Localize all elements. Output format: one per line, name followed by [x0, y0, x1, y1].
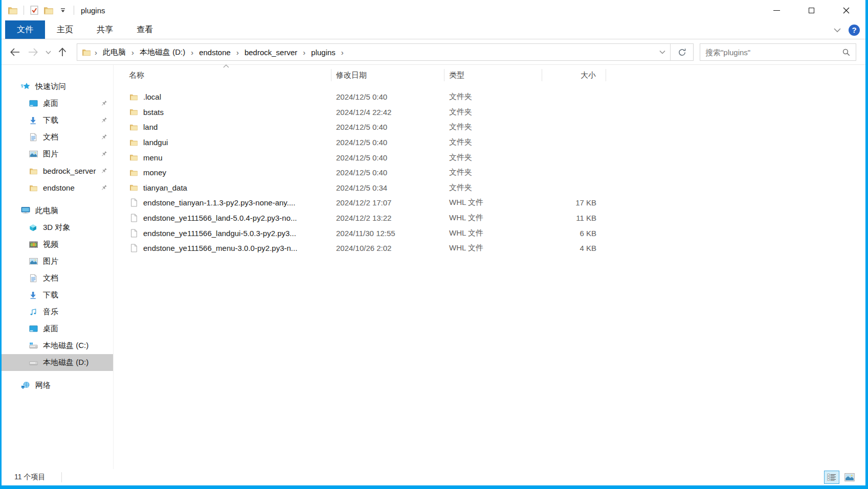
breadcrumb-chevron-icon[interactable]: ›: [128, 48, 138, 57]
sidebar-section-label: 网络: [35, 381, 51, 390]
sidebar-item[interactable]: 本地磁盘 (C:): [2, 337, 113, 354]
toolbar-separator: [24, 6, 24, 15]
refresh-icon[interactable]: [670, 44, 693, 60]
file-row[interactable]: endstone_ye111566_menu-3.0.0-py2.py3-n..…: [121, 241, 865, 256]
file-name-cell: landgui: [121, 138, 331, 147]
search-input[interactable]: [700, 48, 842, 57]
details-view-icon[interactable]: [824, 471, 839, 484]
breadcrumb-chevron-icon[interactable]: ›: [338, 48, 347, 57]
ribbon-tab[interactable]: 查看: [125, 20, 165, 39]
back-icon[interactable]: [6, 43, 24, 61]
file-list-pane: 名称 修改日期 类型 大小 .local2024/12/5 0:40文件夹 bs…: [114, 65, 865, 469]
sidebar-item[interactable]: 图片: [2, 146, 113, 162]
navigation-pane: 快速访问 桌面 下载 文档 图片: [2, 65, 114, 469]
file-name-cell: money: [121, 168, 331, 177]
sidebar-item[interactable]: 桌面: [2, 320, 113, 337]
sidebar-section-header[interactable]: 快速访问: [2, 78, 113, 95]
ribbon-tab[interactable]: 文件: [5, 20, 45, 39]
sidebar-item-label: bedrock_server: [43, 167, 96, 175]
file-size: 11 KB: [542, 214, 606, 222]
videos-icon: [29, 240, 38, 249]
history-chevron-icon[interactable]: [42, 43, 54, 61]
ribbon-collapse-chevron-icon[interactable]: [833, 28, 841, 33]
breadcrumb-segment[interactable]: bedrock_server: [242, 48, 299, 57]
sidebar-item-label: 桌面: [43, 324, 58, 334]
sidebar-item-label: 图片: [43, 149, 58, 159]
file-type: 文件夹: [444, 137, 542, 147]
sidebar-item[interactable]: bedrock_server: [2, 162, 113, 179]
address-bar[interactable]: ›此电脑›本地磁盘 (D:)›endstone›bedrock_server›p…: [77, 43, 694, 61]
column-header-size[interactable]: 大小: [542, 69, 606, 81]
file-row[interactable]: land2024/12/5 0:40文件夹: [121, 120, 865, 135]
close-button[interactable]: [829, 0, 863, 20]
file-row[interactable]: endstone_ye111566_land-5.0.4-py2.py3-no.…: [121, 211, 865, 226]
breadcrumb-chevron-icon[interactable]: ›: [299, 48, 309, 57]
folder-icon: [129, 183, 138, 192]
file-name: tianyan_data: [143, 183, 187, 192]
search-icon[interactable]: [842, 48, 851, 57]
sidebar-item[interactable]: 3D 对象: [2, 219, 113, 236]
file-name-cell: .local: [121, 92, 331, 101]
file-row[interactable]: money2024/12/5 0:40文件夹: [121, 165, 865, 180]
qat-dropdown-icon[interactable]: [57, 5, 69, 15]
breadcrumb-segment[interactable]: endstone: [197, 48, 233, 57]
ribbon-tabs: 文件主页共享查看: [5, 20, 165, 39]
sidebar-section-header[interactable]: 网络: [2, 377, 113, 394]
ribbon-tab[interactable]: 共享: [85, 20, 125, 39]
file-row[interactable]: .local2024/12/5 0:40文件夹: [121, 89, 865, 105]
file-name: land: [143, 123, 158, 131]
breadcrumb-chevron-icon[interactable]: ›: [233, 48, 242, 57]
column-header-date[interactable]: 修改日期: [331, 69, 444, 81]
download-icon: [29, 116, 38, 125]
sidebar-item[interactable]: 文档: [2, 129, 113, 146]
breadcrumb-segment[interactable]: 本地磁盘 (D:): [138, 48, 187, 57]
help-icon[interactable]: ?: [849, 25, 860, 36]
file-row[interactable]: tianyan_data2024/12/5 0:34文件夹: [121, 180, 865, 196]
file-name-cell: endstone_ye111566_land-5.0.4-py2.py3-no.…: [121, 214, 331, 222]
sidebar-item[interactable]: 视频: [2, 236, 113, 253]
sidebar-item[interactable]: 音乐: [2, 304, 113, 320]
sidebar-item-label: 下载: [43, 290, 58, 300]
sidebar-item[interactable]: 本地磁盘 (D:): [2, 354, 113, 371]
folder-icon: [129, 92, 138, 101]
file-date: 2024/12/5 0:40: [331, 123, 444, 131]
up-icon[interactable]: [54, 43, 71, 61]
file-name: .local: [143, 92, 161, 101]
download-icon: [29, 291, 38, 299]
address-dropdown-chevron-icon[interactable]: [655, 44, 670, 60]
file-name-cell: menu: [121, 153, 331, 162]
ribbon-tab[interactable]: 主页: [45, 20, 85, 39]
sidebar-item-label: 图片: [43, 257, 58, 266]
breadcrumb-segment[interactable]: 此电脑: [101, 48, 128, 57]
minimize-button[interactable]: [759, 0, 794, 20]
column-header-type[interactable]: 类型: [444, 69, 542, 81]
column-header-name[interactable]: 名称: [121, 69, 331, 81]
sidebar-item[interactable]: 下载: [2, 287, 113, 304]
file-row[interactable]: endstone_tianyan-1.1.3-py2.py3-none-any.…: [121, 195, 865, 211]
maximize-button[interactable]: [794, 0, 829, 20]
file-rows: .local2024/12/5 0:40文件夹 bstats2024/12/4 …: [121, 89, 865, 256]
search-box: [700, 43, 856, 61]
sidebar-section-header[interactable]: 此电脑: [2, 202, 113, 219]
folder-icon[interactable]: [43, 5, 54, 15]
thumbnail-view-icon[interactable]: [842, 471, 857, 484]
file-row[interactable]: landgui2024/12/5 0:40文件夹: [121, 135, 865, 150]
breadcrumb-segment[interactable]: plugins: [309, 48, 338, 57]
folder-icon[interactable]: [7, 5, 18, 15]
sidebar-item[interactable]: endstone: [2, 179, 113, 196]
folder-icon: [29, 167, 38, 175]
sidebar-item[interactable]: 桌面: [2, 95, 113, 112]
forward-icon[interactable]: [24, 43, 42, 61]
file-row[interactable]: bstats2024/12/4 22:42文件夹: [121, 105, 865, 120]
file-type: 文件夹: [444, 92, 542, 102]
confirm-check-icon[interactable]: [29, 5, 40, 15]
column-headers: 名称 修改日期 类型 大小: [121, 65, 865, 85]
breadcrumb-chevron-icon[interactable]: ›: [91, 48, 101, 57]
sidebar-item[interactable]: 图片: [2, 253, 113, 270]
sidebar-section-label: 快速访问: [35, 82, 66, 91]
sidebar-item[interactable]: 文档: [2, 270, 113, 287]
file-row[interactable]: endstone_ye111566_landgui-5.0.3-py2.py3.…: [121, 225, 865, 241]
breadcrumb-chevron-icon[interactable]: ›: [187, 48, 197, 57]
sidebar-item[interactable]: 下载: [2, 112, 113, 129]
file-row[interactable]: menu2024/12/5 0:40文件夹: [121, 150, 865, 165]
